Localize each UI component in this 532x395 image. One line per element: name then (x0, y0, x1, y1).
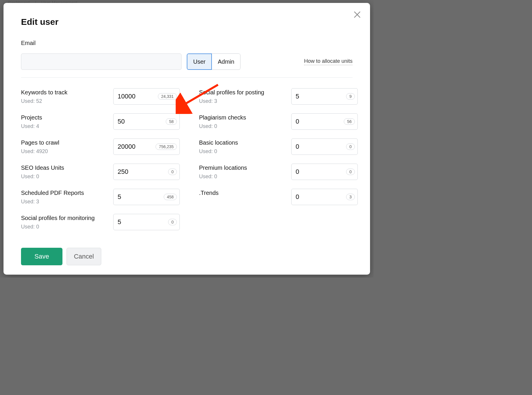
limit-scheduled-pdf-reports: Scheduled PDF Reports Used: 3 458 (21, 189, 180, 205)
limit-pages-to-crawl: Pages to crawl Used: 4920 756,235 (21, 138, 180, 155)
limit-available-badge: 24,331 (158, 93, 177, 100)
save-button[interactable]: Save (21, 248, 62, 265)
limit-available-badge: 0 (168, 169, 177, 175)
footer-actions: Save Cancel (21, 248, 353, 265)
limit-label: Projects (21, 113, 109, 122)
edit-user-modal: Edit user Email User Admin How to alloca… (4, 3, 370, 275)
limit-trends: .Trends 3 (199, 189, 358, 205)
limit-social-profiles-posting: Social profiles for posting Used: 3 9 (199, 88, 358, 105)
limit-used: Used: 3 (21, 199, 109, 205)
limit-label: Scheduled PDF Reports (21, 189, 109, 197)
limit-used: Used: 0 (199, 123, 287, 129)
limit-available-badge: 458 (164, 194, 177, 200)
modal-title: Edit user (21, 17, 353, 27)
limit-label: Keywords to track (21, 88, 109, 96)
limit-available-badge: 0 (346, 169, 355, 175)
cancel-button[interactable]: Cancel (67, 248, 101, 265)
email-label: Email (21, 40, 353, 46)
role-toggle: User Admin (187, 53, 240, 70)
limit-label: Social profiles for monitoring (21, 214, 109, 222)
role-admin-button[interactable]: Admin (212, 53, 240, 70)
limit-used: Used: 0 (199, 148, 287, 155)
limit-basic-locations: Basic locations Used: 0 0 (199, 138, 358, 155)
limits-grid: Keywords to track Used: 52 24,331 Social… (21, 88, 353, 230)
limit-label: .Trends (199, 189, 287, 197)
close-button[interactable] (353, 11, 361, 19)
limit-available-badge: 56 (344, 118, 355, 125)
limit-projects: Projects Used: 4 58 (21, 113, 180, 130)
limit-seo-ideas-units: SEO Ideas Units Used: 0 0 (21, 164, 180, 180)
role-user-button[interactable]: User (187, 53, 212, 70)
limit-available-badge: 756,235 (156, 143, 177, 150)
limit-available-badge: 0 (346, 143, 355, 150)
help-link[interactable]: How to allocate units (304, 58, 353, 65)
limit-premium-locations: Premium locations Used: 0 0 (199, 164, 358, 180)
limit-label: SEO Ideas Units (21, 164, 109, 172)
limit-available-badge: 3 (346, 194, 355, 200)
limit-used: Used: 0 (21, 174, 109, 180)
limit-available-badge: 58 (166, 118, 177, 125)
limit-used: Used: 52 (21, 98, 109, 104)
close-icon (353, 11, 361, 19)
limit-used: Used: 4 (21, 123, 109, 129)
limit-used: Used: 0 (199, 174, 287, 180)
limit-used: Used: 0 (21, 224, 109, 230)
limit-keywords-to-track: Keywords to track Used: 52 24,331 (21, 88, 180, 105)
limit-label: Premium locations (199, 164, 287, 172)
limit-used: Used: 4920 (21, 148, 109, 155)
email-input[interactable] (21, 53, 182, 70)
limit-used: Used: 3 (199, 98, 287, 104)
limit-label: Basic locations (199, 138, 287, 147)
limit-label: Social profiles for posting (199, 88, 287, 96)
limit-available-badge: 0 (168, 219, 177, 225)
limit-label: Plagiarism checks (199, 113, 287, 122)
limit-social-profiles-monitoring: Social profiles for monitoring Used: 0 0 (21, 214, 180, 230)
divider (21, 77, 353, 78)
limit-plagiarism-checks: Plagiarism checks Used: 0 56 (199, 113, 358, 130)
limit-label: Pages to crawl (21, 138, 109, 147)
limit-available-badge: 9 (346, 93, 355, 100)
